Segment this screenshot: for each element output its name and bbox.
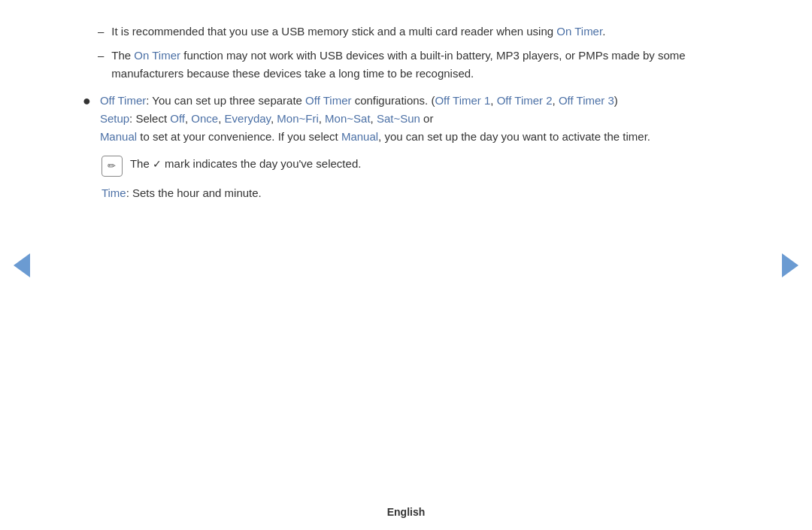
- off-timer-1-link: Off Timer 1: [435, 94, 490, 107]
- setup-line: Setup: Select Off, Once, Everyday, Mon~F…: [100, 112, 434, 125]
- dash-text-1: It is recommended that you use a USB mem…: [111, 23, 729, 41]
- off-timer-link-2: Off Timer: [305, 94, 351, 107]
- dash-list: – It is recommended that you use a USB m…: [98, 23, 729, 83]
- off-timer-3-link: Off Timer 3: [559, 94, 614, 107]
- mon-sat-link: Mon~Sat: [325, 112, 370, 125]
- sat-sun-link: Sat~Sun: [377, 112, 420, 125]
- dash-text-2: The On Timer function may not work with …: [111, 47, 729, 83]
- bullet-content-1: Off Timer: You can set up three separate…: [100, 92, 729, 202]
- language-label: English: [387, 506, 426, 518]
- everyday-link: Everyday: [225, 112, 271, 125]
- note-box: ✏ The ✓ mark indicates the day you've se…: [102, 155, 729, 177]
- bullet-list: ● Off Timer: You can set up three separa…: [83, 92, 729, 202]
- manual-link-1: Manual: [100, 130, 137, 143]
- on-timer-link-2: On Timer: [134, 49, 180, 62]
- footer: English: [0, 497, 812, 530]
- content-area: – It is recommended that you use a USB m…: [0, 0, 812, 497]
- page-container: – It is recommended that you use a USB m…: [0, 0, 812, 530]
- checkmark-symbol: ✓: [153, 158, 162, 170]
- dash-symbol-2: –: [98, 47, 104, 83]
- nav-arrow-right[interactable]: [782, 253, 798, 277]
- mon-fri-link: Mon~Fri: [277, 112, 318, 125]
- setup-link: Setup: [100, 112, 129, 125]
- time-link: Time: [102, 186, 126, 199]
- manual-line: Manual to set at your convenience. If yo…: [100, 130, 650, 143]
- note-text: The ✓ mark indicates the day you've sele…: [130, 155, 362, 173]
- off-link: Off: [170, 112, 185, 125]
- time-line: Time: Sets the hour and minute.: [102, 184, 729, 202]
- off-timer-main-text: Off Timer: You can set up three separate…: [100, 94, 618, 107]
- note-icon-symbol: ✏: [108, 159, 116, 174]
- dash-item-2: – The On Timer function may not work wit…: [98, 47, 729, 83]
- note-icon: ✏: [102, 156, 123, 177]
- off-timer-2-link: Off Timer 2: [497, 94, 553, 107]
- on-timer-link-1: On Timer: [556, 25, 602, 38]
- once-link: Once: [191, 112, 218, 125]
- off-timer-link-1: Off Timer: [100, 94, 146, 107]
- manual-link-2: Manual: [341, 130, 378, 143]
- nav-arrow-left[interactable]: [14, 253, 30, 277]
- dash-symbol-1: –: [98, 23, 104, 41]
- bullet-item-1: ● Off Timer: You can set up three separa…: [83, 92, 729, 202]
- dash-item-1: – It is recommended that you use a USB m…: [98, 23, 729, 41]
- bullet-dot-1: ●: [83, 92, 91, 202]
